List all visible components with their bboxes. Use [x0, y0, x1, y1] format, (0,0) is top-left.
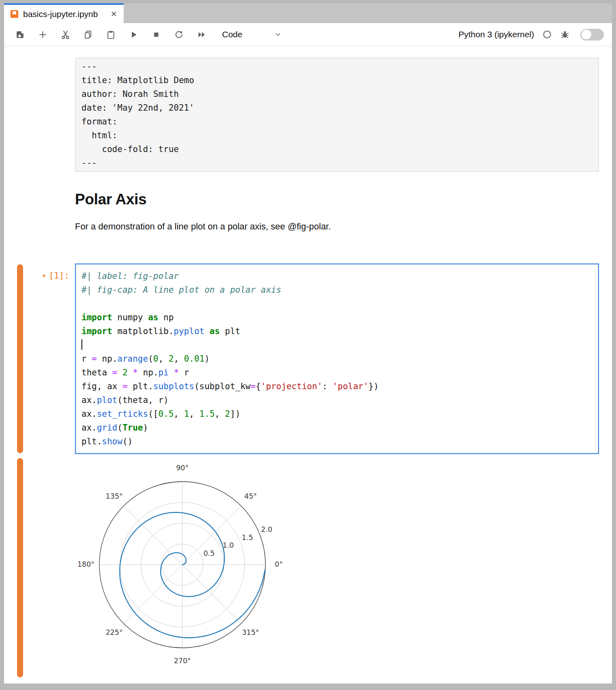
- output-gutter: [4, 457, 75, 678]
- cell-type-dropdown[interactable]: Code: [222, 30, 282, 39]
- kernel-name[interactable]: Python 3 (ipykernel): [458, 30, 534, 39]
- theta-tick-label: 135°: [106, 492, 123, 500]
- text-cursor: [81, 339, 82, 350]
- debugger-bug-icon[interactable]: [560, 30, 570, 39]
- code-line: [81, 297, 592, 311]
- paste-cells-button[interactable]: [105, 29, 116, 40]
- page-title: Polar Axis: [75, 191, 599, 208]
- prompt-number: [1]:: [49, 271, 69, 281]
- plus-icon: [38, 30, 48, 40]
- toggle-knob: [582, 30, 591, 39]
- r-tick-label: 1.5: [242, 534, 253, 542]
- code-line: #| label: fig-polar: [81, 269, 592, 283]
- copy-icon: [83, 30, 93, 40]
- code-editor[interactable]: #| label: fig-polar#| fig-cap: A line pl…: [75, 264, 599, 454]
- cell-collapser[interactable]: [17, 264, 23, 453]
- theta-tick-label: 270°: [174, 657, 191, 665]
- interrupt-kernel-button[interactable]: [151, 29, 161, 40]
- code-line: fig, ax = plt.subplots(subplot_kw={'proj…: [81, 379, 592, 393]
- code-line: import numpy as np: [81, 311, 592, 324]
- execution-prompt: •[1]:: [42, 269, 69, 283]
- theta-tick-label: 0°: [275, 560, 283, 568]
- scissors-icon: [60, 30, 71, 40]
- cell-type-value: Code: [222, 30, 242, 39]
- notebook-toolbar: Code Python 3 (ipykernel): [4, 23, 612, 46]
- restart-kernel-button[interactable]: [173, 29, 184, 40]
- raw-line: html:: [81, 129, 592, 142]
- toolbar-button-group: [15, 29, 207, 40]
- code-line: ax.plot(theta, r): [81, 393, 592, 407]
- run-cell-button[interactable]: [128, 29, 139, 40]
- markdown-cell: Polar Axis For a demonstration of a line…: [4, 172, 612, 233]
- raw-line: code-fold: true: [81, 142, 592, 156]
- r-tick-label: 0.5: [203, 549, 215, 557]
- kernel-status-icon[interactable]: [542, 30, 552, 39]
- jupyterlab-window: basics-jupyter.ipynb ✕: [4, 3, 612, 684]
- code-line: plt.show(): [81, 435, 592, 448]
- copy-cells-button[interactable]: [83, 29, 93, 40]
- notebook-file-icon: [10, 9, 19, 19]
- r-tick-label: 1.0: [222, 541, 234, 549]
- raw-line: format:: [81, 115, 592, 129]
- fast-forward-icon: [197, 30, 207, 40]
- clipboard-icon: [106, 30, 116, 40]
- code-line: import matplotlib.pyplot as plt: [81, 324, 592, 338]
- code-line: #| fig-cap: A line plot on a polar axis: [81, 283, 592, 297]
- raw-cell-editor[interactable]: ---title: Matplotlib Demoauthor: Norah S…: [75, 58, 599, 172]
- notebook-tab[interactable]: basics-jupyter.ipynb ✕: [4, 3, 124, 23]
- output-collapser[interactable]: [17, 458, 23, 677]
- modified-dot: •: [42, 271, 46, 280]
- close-tab-icon[interactable]: ✕: [109, 9, 119, 19]
- stop-icon: [151, 30, 161, 40]
- play-icon: [128, 30, 139, 40]
- code-line: ax.grid(True): [81, 421, 592, 435]
- theta-tick-label: 45°: [244, 492, 257, 500]
- code-cell: •[1]: #| label: fig-polar#| fig-cap: A l…: [4, 264, 612, 454]
- code-cell-gutter: •[1]:: [4, 264, 75, 454]
- markdown-paragraph: For a demonstration of a line plot on a …: [75, 221, 599, 233]
- save-button[interactable]: [15, 29, 25, 40]
- output-cell: 0°45°90°135°180°225°270°315°0.51.01.52.0: [4, 457, 612, 678]
- raw-line: title: Matplotlib Demo: [81, 73, 592, 87]
- insert-cell-button[interactable]: [37, 29, 48, 40]
- code-line: r = np.arange(0, 2, 0.01): [81, 352, 592, 366]
- raw-cell: ---title: Matplotlib Demoauthor: Norah S…: [4, 58, 612, 172]
- r-tick-label: 2.0: [261, 525, 272, 534]
- code-line: ax.set_rticks([0.5, 1, 1.5, 2]): [81, 407, 592, 421]
- theta-tick-label: 225°: [106, 628, 123, 636]
- raw-line: author: Norah Smith: [81, 87, 592, 101]
- notebook-content: ---title: Matplotlib Demoauthor: Norah S…: [4, 46, 612, 684]
- tab-bar: basics-jupyter.ipynb ✕: [4, 3, 612, 23]
- theta-tick-label: 90°: [176, 464, 188, 472]
- polar-plot-output: 0°45°90°135°180°225°270°315°0.51.01.52.0: [75, 457, 286, 677]
- simple-interface-toggle[interactable]: [580, 29, 604, 41]
- chevron-down-icon: [274, 30, 282, 39]
- markdown-gutter: [4, 172, 75, 233]
- save-icon: [15, 30, 25, 40]
- restart-run-all-button[interactable]: [196, 29, 207, 40]
- raw-line: ---: [81, 60, 592, 73]
- raw-cell-gutter: [4, 58, 75, 172]
- cut-cells-button[interactable]: [60, 29, 71, 40]
- code-line: theta = 2 * np.pi * r: [81, 366, 592, 379]
- tab-title: basics-jupyter.ipynb: [23, 9, 109, 19]
- code-line: [81, 338, 592, 352]
- raw-line: ---: [81, 156, 592, 170]
- restart-icon: [174, 30, 184, 40]
- toolbar-right-group: Python 3 (ipykernel): [458, 29, 604, 41]
- raw-line: date: 'May 22nd, 2021': [81, 101, 592, 115]
- theta-tick-label: 315°: [242, 628, 259, 636]
- theta-tick-label: 180°: [77, 560, 94, 568]
